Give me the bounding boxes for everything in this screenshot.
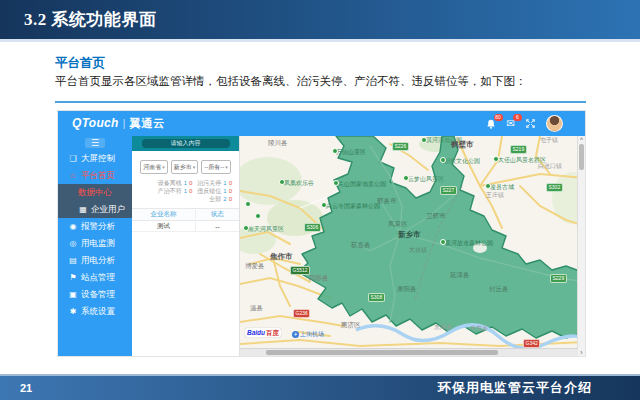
map-label: 封丘县 — [489, 286, 509, 293]
logo-brand: QTouch — [72, 116, 119, 130]
map-label: 大块镇 — [409, 247, 427, 253]
sidebar-item[interactable]: ▦企业用户 — [58, 201, 132, 218]
user-avatar[interactable] — [546, 115, 563, 132]
airport-label: 上街机场 — [300, 330, 324, 339]
region-select[interactable]: 河南省▾ — [140, 160, 168, 174]
map-label: 温县 — [250, 305, 263, 312]
map-label: 延津县 — [450, 272, 470, 279]
map-label: 南天河风景区 — [248, 226, 284, 232]
park-poi-icon — [440, 239, 446, 245]
map-label: 白道口镇 — [538, 163, 562, 169]
search-bar: 请输入内容 — [132, 136, 239, 151]
sidebar-item-label: 平台首页 — [81, 170, 115, 182]
sidebar-item[interactable]: ⚑站点管理 — [58, 269, 132, 286]
stat-item: 治污关停10 — [197, 180, 232, 186]
table-body: 测试-- — [132, 221, 239, 232]
page-number: 21 — [20, 382, 32, 394]
map-label: 博爱县 — [245, 263, 265, 270]
map-horizontal-scrollbar[interactable] — [240, 348, 578, 356]
col-enterprise-name: 企业名称 — [132, 210, 196, 219]
map-label: 万仙山景区 — [336, 149, 366, 155]
filter-row: 河南省▾新乡市▾--所有--▾ — [132, 160, 239, 174]
fullscreen-icon[interactable] — [526, 119, 535, 128]
chevron-down-icon: ▾ — [162, 164, 165, 170]
sidebar-item[interactable]: ✱系统设置 — [58, 303, 132, 320]
map-canvas[interactable]: 陵川县屯子镇淇河湿地公园鹤壁市万仙山景区朝歌文化公园大伾山风景名胜区白道口镇凤凰… — [240, 136, 585, 356]
map-label: 获嘉县 — [351, 242, 371, 249]
map-label: 朝歌文化公园 — [444, 158, 480, 164]
slide-title: 3.2 系统功能界面 — [24, 8, 157, 31]
sidebar-item[interactable]: ⌂平台首页 — [58, 167, 132, 184]
menu-toggle-button[interactable]: ☰ — [58, 136, 132, 150]
stat-item: 产治不符10 — [158, 188, 193, 194]
slide-header: 3.2 系统功能界面 — [0, 0, 640, 42]
section-block: 平台首页 平台首页显示各区域监管详情，包括设备离线、治污关停、产治不符、违反错位… — [55, 55, 640, 89]
notification-badge: 80 — [494, 114, 503, 121]
divider-line — [55, 101, 586, 103]
presentation-slide: 3.2 系统功能界面 平台首页 平台首页显示各区域监管详情，包括设备离线、治污关… — [0, 0, 640, 400]
map-label: 东漳乡 — [434, 324, 452, 330]
table-header: 企业名称 状态 — [132, 208, 239, 221]
road-shield: G342 — [523, 339, 540, 348]
sidebar-item[interactable]: ◉报警分析 — [58, 218, 132, 235]
notification-bell-icon[interactable]: 80 — [486, 119, 496, 129]
sidebar-item-label: 报警分析 — [81, 221, 115, 233]
scroll-up-arrow-icon[interactable]: ˄ — [578, 136, 585, 143]
footer-title: 环保用电监管云平台介绍 — [438, 379, 592, 397]
vertical-scroll-thumb[interactable] — [579, 144, 584, 170]
baidu-cn: 百度 — [266, 328, 279, 337]
road-shield: S227 — [440, 186, 457, 195]
region-select[interactable]: --所有--▾ — [201, 160, 231, 174]
map-label: 白云寺国家森林公园 — [326, 203, 380, 209]
road-shield: G5512 — [290, 266, 310, 275]
sidebar-item-label: 数据中心 — [78, 187, 112, 199]
map-base — [240, 136, 585, 356]
stat-item: 全部20 — [209, 196, 232, 202]
map-label: 王庄镇 — [486, 192, 504, 198]
stat-item: 设备离线10 — [158, 180, 193, 186]
scroll-right-arrow-icon[interactable]: › — [578, 349, 585, 356]
park-poi-icon — [245, 201, 251, 207]
map-label: 原阳县 — [397, 286, 417, 293]
map-label: 浚县古城 — [490, 184, 514, 190]
airport-marker: ✈ 上街机场 — [292, 330, 324, 339]
park-poi-icon — [243, 225, 249, 231]
road-shield: S229 — [550, 274, 567, 283]
message-icon[interactable]: ✉ 6 — [507, 119, 515, 129]
stat-item: 违反错位10 — [197, 188, 232, 194]
slide-footer: 21 环保用电监管云平台介绍 — [0, 374, 640, 400]
device-icon: ▣ — [68, 290, 78, 299]
park-poi-icon — [493, 156, 499, 162]
col-status: 状态 — [196, 210, 239, 219]
region-select[interactable]: 新乡市▾ — [171, 160, 199, 174]
search-input[interactable]: 请输入内容 — [142, 139, 230, 148]
sidebar-item[interactable]: ❑大屏控制 — [58, 150, 132, 167]
baidu-logo: Baidu 百度 — [245, 328, 281, 337]
sidebar-item[interactable]: ◎用电监测 — [58, 235, 132, 252]
sidebar-menu: ❑大屏控制⌂平台首页数据中心▦企业用户◉报警分析◎用电监测▤用电分析⚑站点管理▣… — [58, 150, 132, 320]
road-shield: S306 — [304, 223, 321, 232]
alarm-icon: ◉ — [68, 222, 78, 231]
map-vertical-scrollbar[interactable]: ˄ — [577, 136, 585, 349]
logo-separator: | — [123, 118, 126, 129]
sidebar-item[interactable]: 数据中心 — [58, 184, 132, 201]
park-poi-icon — [440, 157, 446, 163]
app-header: QTouch | 翼通云 80 ✉ 6 — [58, 111, 585, 136]
sidebar-item[interactable]: ▤用电分析 — [58, 252, 132, 269]
home-icon: ⌂ — [68, 171, 78, 180]
map-label: 水屯乡 — [470, 325, 488, 331]
park-poi-icon — [255, 213, 261, 219]
sidebar-item[interactable]: ▣设备管理 — [58, 286, 132, 303]
sidebar-item-label: 站点管理 — [81, 272, 115, 284]
map-label: 新乡市 — [398, 231, 421, 239]
horizontal-scroll-thumb[interactable] — [266, 350, 498, 355]
table-row[interactable]: 测试-- — [132, 221, 239, 232]
users-icon: ▦ — [78, 205, 88, 214]
park-poi-icon — [421, 137, 427, 143]
road-shield: S219 — [510, 145, 527, 154]
section-description: 平台首页显示各区域监管详情，包括设备离线、治污关停、产治不符、违反错位等，如下图… — [55, 74, 640, 89]
park-poi-icon — [485, 183, 491, 189]
stats-block: 设备离线10治污关停10产治不符10违反错位10全部20 — [132, 179, 239, 203]
map-label: 凤泉区 — [388, 221, 408, 228]
baidu-brand: Baidu — [247, 328, 265, 337]
